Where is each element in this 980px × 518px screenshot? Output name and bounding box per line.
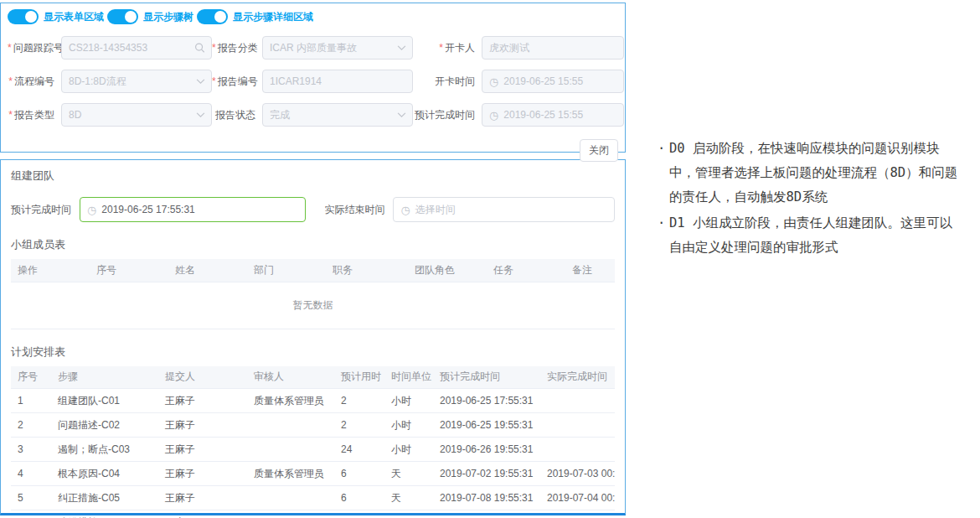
field-value: ICAR 内部质量事故 [270,41,357,55]
notes-column: · D0 启动阶段，在快速响应模块的问题识别模块中，管理者选择上板问题的处理流程… [626,0,980,518]
cell: 根本原因-C04 [51,462,158,486]
clock-icon: ◷ [87,205,96,215]
cell: 小时 [384,413,433,438]
cell: 1 [11,389,51,413]
field-value: 8D-1:8D流程 [69,75,126,89]
cell: 24 [334,438,384,462]
plan-table-header-row: 序号 步骤 提交人 审核人 预计用时 时间单位 预计完成时间 实际完成时间 [11,366,615,389]
close-button[interactable]: 关闭 [580,139,618,162]
cell [540,389,615,413]
cell: 2019-07-02 19:55:31 [433,462,540,486]
column-header: 审核人 [247,366,334,389]
toggle-show-step-detail[interactable]: 显示步骤详细区域 [197,9,317,24]
toggle-label: 显示步骤树 [143,10,193,24]
cell: 纠正措施-C05 [51,486,158,510]
column-header: 姓名 [168,259,247,282]
field-label: 报告分类 [212,41,262,55]
toggle-switch[interactable] [8,9,39,24]
field-plan-finish-time: 预计完成时间 ◷ 2019-06-25 15:55 [413,103,624,127]
field-value: 1ICAR1914 [270,75,322,87]
cell: 遏制；断点-C03 [51,438,158,462]
cell: 2 [334,389,384,413]
cell: 2019-06-25 19:55:31 [433,413,540,438]
team-time-row: 预计完成时间 ◷ 2019-06-25 17:55:31 实际结束时间 ◷ 选择… [11,197,615,222]
cell: 2019-06-26 19:55:31 [433,438,540,462]
actual-end-time-input[interactable]: ◷ 选择时间 [393,197,615,222]
toggle-row: 显示表单区域 显示步骤树 显示步骤详细区域 [8,8,618,26]
chevron-down-icon [196,112,205,118]
column-header: 时间单位 [384,366,433,389]
cell: 王麻子 [158,486,247,510]
cell: 天 [384,462,433,486]
flow-no-select[interactable]: 8D-1:8D流程 [61,70,212,93]
cell: 4 [11,462,51,486]
table-row: 1 组建团队-C01 王麻子 质量体系管理员 2 小时 2019-06-25 1… [11,389,615,413]
cell: 防错措施-C06 [51,510,158,518]
form-row-1: 问题跟踪号 CS218-14354353 报告分类 ICAR 内部质量事故 [8,36,618,60]
field-value: 虎欢测试 [489,41,529,55]
field-report-no: 报告编号 1ICAR1914 [212,70,413,93]
cell: 小时 [384,389,433,413]
field-value: 2019-06-25 15:55 [503,75,583,87]
column-header: 任务 [487,259,565,282]
report-no-input[interactable]: 1ICAR1914 [262,70,413,93]
cell: 质量体系管理员 [247,462,334,486]
column-header: 部门 [247,259,326,282]
cell [540,413,615,438]
field-report-status: 报告状态 完成 [212,103,413,127]
report-category-select[interactable]: ICAR 内部质量事故 [262,36,413,60]
field-open-time: 开卡时间 ◷ 2019-06-25 15:55 [413,70,624,93]
planned-finish-time-input[interactable]: ◷ 2019-06-25 17:55:31 [80,197,306,222]
cell: 2019-07-08 19:55:31 [433,486,540,510]
search-icon [194,43,205,54]
form-row-3: 报告类型 8D 报告状态 完成 [8,103,618,127]
cell: 6 [334,486,384,510]
toggle-show-form-area[interactable]: 显示表单区域 [8,9,107,24]
members-table-title: 小组成员表 [11,237,615,252]
cell: 王麻子 [158,438,247,462]
card-opener-input[interactable]: 虎欢测试 [482,36,624,60]
field-label: 报告类型 [8,108,61,122]
report-type-select[interactable]: 8D [61,103,212,127]
field-label: 预计完成时间 [413,108,482,122]
plan-table-title: 计划安排表 [11,344,615,360]
field-card-opener: 开卡人 虎欢测试 [413,36,624,60]
cell: 6 [11,510,51,518]
toggle-switch[interactable] [107,9,138,24]
field-label: 报告状态 [212,108,262,122]
cell: 天 [384,486,433,510]
plan-finish-time-input[interactable]: ◷ 2019-06-25 15:55 [482,103,624,127]
bullet-dot: · [658,211,669,260]
toggle-switch[interactable] [197,9,228,24]
column-header: 备注 [565,259,615,282]
cell: 5 [11,486,51,510]
clock-icon: ◷ [400,205,410,215]
column-header: 预计用时 [334,366,384,389]
page: 显示表单区域 显示步骤树 显示步骤详细区域 问题跟踪号 CS218-143543… [0,0,980,518]
actual-time-label: 实际结束时间 [324,203,393,217]
cell: 质量体系管理员 [247,389,334,413]
column-header: 职务 [326,259,408,282]
table-row: 2 问题描述-C02 王麻子 2 小时 2019-06-25 19:55:31 [11,413,615,438]
note-text: D1 小组成立阶段，由责任人组建团队。这里可以自由定义处理问题的审批形式 [669,211,964,260]
column-header: 序号 [90,259,168,282]
cell: 王麻子 [158,413,247,438]
cell: 2019-07-14 19:55:31 [433,510,540,518]
cell: 王麻子 [158,462,247,486]
issue-track-no-input[interactable]: CS218-14354353 [61,36,212,60]
empty-data-placeholder: 暂无数据 [11,282,615,329]
toggle-show-step-tree[interactable]: 显示步骤树 [107,9,197,24]
report-status-select[interactable]: 完成 [262,103,413,127]
open-time-input[interactable]: ◷ 2019-06-25 15:55 [482,70,624,93]
field-report-type: 报告类型 8D [8,103,212,127]
note-text: D0 启动阶段，在快速响应模块的问题识别模块中，管理者选择上板问题的处理流程（8… [669,137,964,210]
cell: 王麻子 [158,389,247,413]
cell [540,438,615,462]
column-header: 预计完成时间 [433,366,540,389]
field-value: CS218-14354353 [69,42,147,54]
plan-table: 序号 步骤 提交人 审核人 预计用时 时间单位 预计完成时间 实际完成时间 1 [11,366,615,518]
cell [540,510,615,518]
members-table: 操作 序号 姓名 部门 职务 团队角色 任务 备注 暂无数据 [11,259,615,329]
column-header: 团队角色 [408,259,487,282]
members-table-header-row: 操作 序号 姓名 部门 职务 团队角色 任务 备注 [11,259,615,282]
